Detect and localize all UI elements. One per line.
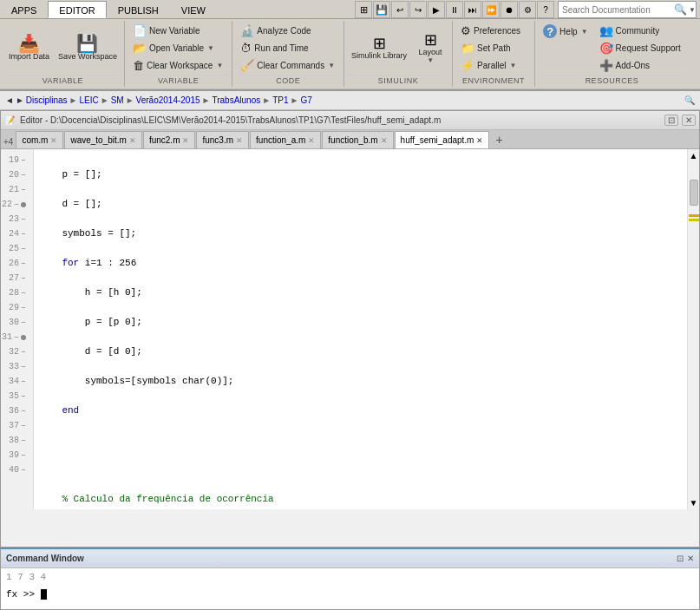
tab-com-close[interactable]: ✕: [50, 136, 57, 145]
tab-wave-close[interactable]: ✕: [129, 136, 136, 145]
parallel-button[interactable]: ⚡ Parallel ▼: [456, 57, 531, 74]
community-icon: 👥: [599, 24, 613, 37]
vertical-scrollbar[interactable]: ▲ ▼: [687, 149, 699, 509]
preferences-button[interactable]: ⚙ Preferences: [456, 23, 531, 39]
toolbar-icon-8[interactable]: ⏩: [482, 1, 500, 18]
add-ons-button[interactable]: ➕ Add-Ons: [595, 57, 685, 74]
tab-function-a[interactable]: function_a.m ✕: [250, 131, 321, 148]
search-icon[interactable]: 🔍: [674, 3, 687, 16]
toolbar-icon-9[interactable]: ⏺: [500, 1, 518, 18]
breadcrumb-item-leic[interactable]: LEIC: [80, 95, 99, 105]
scroll-thumb[interactable]: [690, 180, 698, 206]
breadcrumb-item-g7[interactable]: G7: [300, 95, 311, 105]
clear-cmd-dropdown[interactable]: ▼: [327, 62, 336, 69]
tab-editor[interactable]: EDITOR: [48, 1, 106, 18]
breadcrumb-item-verao[interactable]: Verão2014-2015: [136, 95, 200, 105]
breadcrumb-sep-1: ►: [69, 95, 78, 105]
ln-26: 26–: [1, 256, 29, 271]
run-time-label: Run and Time: [254, 43, 308, 53]
help-label: Help: [559, 27, 578, 36]
code-editor[interactable]: p = []; d = []; symbols = []; for i=1 : …: [34, 149, 687, 509]
save-workspace-button[interactable]: 💾 Save Workspace: [55, 32, 121, 64]
breadcrumb-arrow-left[interactable]: ◄: [5, 95, 14, 105]
toolbar-icon-7[interactable]: ⏭: [464, 1, 481, 18]
analyze-icon: 🔬: [240, 24, 254, 37]
tab-func2-close[interactable]: ✕: [182, 136, 189, 145]
set-path-icon: 📁: [461, 42, 474, 55]
command-window-undock[interactable]: ⊡: [677, 554, 684, 563]
analyze-code-button[interactable]: 🔬 Analyze Code: [236, 23, 340, 39]
community-button[interactable]: 👥 Community: [595, 23, 685, 39]
command-cursor: [41, 589, 47, 600]
tab-func3[interactable]: func3.m ✕: [196, 131, 249, 148]
open-variable-dropdown[interactable]: ▼: [206, 44, 215, 52]
code-line-19: p = [];: [39, 167, 682, 182]
help-dropdown[interactable]: ▼: [580, 28, 589, 36]
search-input[interactable]: [562, 5, 672, 15]
clear-ws-dropdown[interactable]: ▼: [215, 62, 224, 69]
tab-scroll-left[interactable]: +4: [1, 135, 16, 148]
command-prompt-line[interactable]: fx >>: [6, 585, 694, 604]
tab-function-a-close[interactable]: ✕: [308, 136, 315, 145]
import-data-button[interactable]: 📥 Import Data: [5, 32, 53, 64]
code-line-22: for i=1 : 256: [39, 256, 682, 271]
parallel-dropdown[interactable]: ▼: [508, 62, 517, 69]
set-path-button[interactable]: 📁 Set Path: [456, 40, 531, 56]
editor-undock-button[interactable]: ⊡: [664, 115, 678, 126]
add-ons-label: Add-Ons: [616, 61, 650, 70]
command-window-close[interactable]: ✕: [687, 554, 694, 563]
tab-function-b-label: function_b.m: [328, 135, 377, 145]
toolbar-icon-6[interactable]: ⏸: [446, 1, 463, 18]
ln-37: 37–: [1, 418, 29, 433]
tab-func2[interactable]: func2.m ✕: [143, 131, 196, 148]
tab-publish[interactable]: PUBLISH: [107, 1, 170, 18]
tab-huff-close[interactable]: ✕: [476, 136, 483, 145]
help-button[interactable]: ? Help ▼: [539, 23, 593, 40]
ln-34: 34–: [1, 374, 29, 389]
clear-commands-button[interactable]: 🧹 Clear Commands ▼: [236, 57, 340, 74]
toolbar-icon-5[interactable]: ▶: [428, 1, 445, 18]
toolbar-icon-4[interactable]: ↪: [409, 1, 427, 18]
breadcrumb-arrow-right[interactable]: ►: [16, 95, 24, 105]
tab-function-b[interactable]: function_b.m ✕: [322, 131, 393, 148]
breadcrumb-item-trabs[interactable]: TrabsAlunos: [212, 95, 260, 105]
clear-workspace-button[interactable]: 🗑 Clear Workspace ▼: [128, 57, 228, 74]
search-menu-arrow[interactable]: ▼: [689, 6, 696, 14]
toolbar-icon-1[interactable]: ⊞: [355, 1, 372, 18]
request-support-label: Request Support: [616, 43, 681, 53]
toolbar-icon-11[interactable]: ?: [537, 1, 554, 18]
breadcrumb-item-tp1[interactable]: TP1: [272, 95, 288, 105]
layout-button[interactable]: ⊞ Layout ▼: [412, 30, 448, 68]
editor-panel-icon: 📝: [4, 115, 15, 125]
simulink-library-button[interactable]: ⊞ Simulink Library: [348, 33, 410, 63]
open-variable-button[interactable]: 📂 Open Variable ▼: [128, 40, 228, 56]
toolbar-icon-3[interactable]: ↩: [391, 1, 409, 18]
ln-36: 36–: [1, 403, 29, 418]
tab-func3-close[interactable]: ✕: [236, 136, 243, 145]
toolbar-icon-10[interactable]: ⚙: [519, 1, 536, 18]
tab-wave[interactable]: wave_to_bit.m ✕: [64, 131, 141, 148]
toolbar-icon-2[interactable]: 💾: [373, 1, 390, 18]
scroll-up-arrow[interactable]: ▲: [688, 149, 699, 162]
breadcrumb-search-icon[interactable]: 🔍: [684, 95, 695, 105]
tab-function-b-close[interactable]: ✕: [381, 136, 388, 145]
scroll-down-arrow[interactable]: ▼: [688, 496, 699, 509]
tab-huff[interactable]: huff_semi_adapt.m ✕: [395, 131, 490, 148]
new-variable-button[interactable]: 📄 New Variable: [128, 23, 228, 39]
breadcrumb-item-sm[interactable]: SM: [111, 95, 124, 105]
tab-view[interactable]: VIEW: [170, 1, 217, 18]
ln-21: 21–: [1, 182, 29, 197]
tab-apps[interactable]: APPS: [0, 1, 48, 18]
run-time-button[interactable]: ⏱ Run and Time: [236, 40, 340, 56]
layout-dropdown[interactable]: ▼: [426, 56, 435, 64]
tab-add-button[interactable]: +: [490, 131, 507, 148]
breadcrumb-item-disciplinas[interactable]: Disciplinas: [26, 95, 68, 105]
tab-com[interactable]: com.m ✕: [16, 131, 63, 148]
editor-header: 📝 Editor - D:\Docencia\Disciplinas\LEIC\…: [1, 111, 699, 130]
breadcrumb-sep-3: ►: [126, 95, 134, 105]
preferences-label: Preferences: [474, 26, 520, 36]
command-prev-output: 1 7 3 4: [6, 570, 694, 585]
environment-group-label: ENVIRONMENT: [456, 75, 531, 85]
editor-close-button[interactable]: ✕: [682, 115, 696, 126]
request-support-button[interactable]: 🎯 Request Support: [595, 40, 685, 56]
